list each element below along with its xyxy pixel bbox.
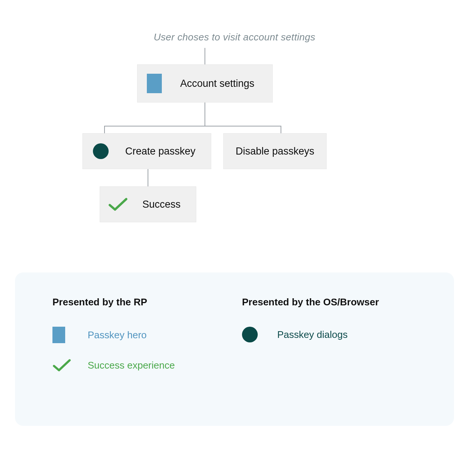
node-account-settings: Account settings bbox=[137, 64, 273, 103]
legend-rp-title: Presented by the RP bbox=[52, 296, 227, 308]
connector-line bbox=[148, 169, 148, 186]
connector-line bbox=[104, 126, 105, 133]
legend-os-column: Presented by the OS/Browser Passkey dial… bbox=[242, 296, 417, 411]
legend-row-passkey-dialogs: Passkey dialogs bbox=[242, 327, 417, 342]
passkey-hero-icon bbox=[147, 74, 162, 93]
connector-line bbox=[205, 48, 205, 64]
checkmark-icon bbox=[52, 358, 71, 372]
node-label: Create passkey bbox=[119, 146, 211, 157]
caption: User choses to visit account settings bbox=[0, 31, 469, 43]
legend-item-label: Passkey dialogs bbox=[277, 329, 348, 341]
legend-row-passkey-hero: Passkey hero bbox=[52, 327, 227, 343]
passkey-dialogs-icon bbox=[93, 143, 109, 159]
legend-os-title: Presented by the OS/Browser bbox=[242, 296, 417, 308]
passkey-hero-icon bbox=[52, 327, 65, 343]
legend-panel: Presented by the RP Passkey hero Success… bbox=[15, 272, 454, 426]
checkmark-icon bbox=[108, 197, 128, 212]
node-disable-passkeys: Disable passkeys bbox=[223, 133, 327, 169]
connector-line bbox=[205, 103, 205, 126]
legend-item-label: Success experience bbox=[88, 360, 175, 371]
node-create-passkey: Create passkey bbox=[82, 133, 211, 169]
legend-rp-column: Presented by the RP Passkey hero Success… bbox=[52, 296, 227, 411]
node-label: Success bbox=[136, 199, 196, 210]
node-label: Account settings bbox=[171, 78, 272, 89]
legend-item-label: Passkey hero bbox=[88, 329, 147, 341]
node-success: Success bbox=[100, 186, 196, 222]
passkey-dialogs-icon bbox=[242, 327, 258, 342]
node-label: Disable passkeys bbox=[224, 146, 326, 157]
connector-line bbox=[104, 126, 281, 126]
legend-row-success-experience: Success experience bbox=[52, 358, 227, 372]
connector-line bbox=[281, 126, 281, 133]
